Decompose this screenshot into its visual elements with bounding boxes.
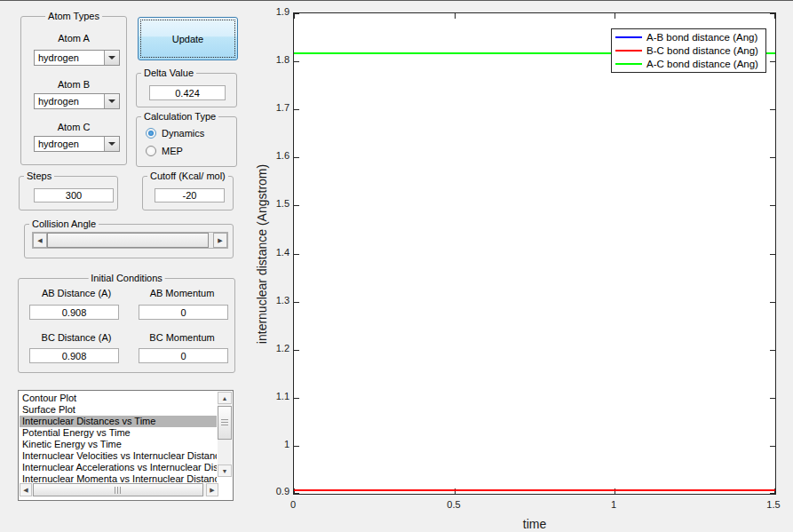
calculation-type-title: Calculation Type [141, 111, 218, 123]
y-tick-label: 1 [258, 439, 289, 449]
ab-momentum-input[interactable] [139, 305, 228, 320]
y-tick-label: 0.9 [258, 486, 289, 496]
vertical-scrollbar: ▲ ▼ [218, 392, 232, 477]
y-tick-label: 1.3 [258, 295, 289, 306]
y-tick-mirror [770, 254, 775, 255]
slider-left-arrow[interactable]: ◀ [33, 233, 47, 248]
y-tick [294, 205, 299, 206]
cutoff-input[interactable] [155, 188, 225, 202]
steps-input[interactable] [34, 188, 114, 202]
legend-line-sample-blue [615, 36, 642, 38]
thumb-grip [115, 487, 122, 494]
legend-line-sample-green [615, 63, 642, 65]
y-tick [294, 109, 299, 110]
list-item[interactable]: Contour Plot [20, 393, 217, 404]
initial-conditions-panel: Initial Conditions AB Distance (A) AB Mo… [18, 278, 235, 373]
atom-a-label: Atom A [21, 33, 126, 44]
radio-dynamics-label: Dynamics [162, 128, 204, 139]
y-tick [294, 350, 299, 351]
bc-distance-label: BC Distance (A) [23, 332, 130, 343]
cutoff-title: Cutoff (Kcal/ mol) [147, 171, 228, 182]
atom-a-value: hydrogen [35, 52, 104, 63]
y-tick-label: 1.8 [258, 54, 289, 65]
delta-value-input[interactable] [149, 85, 226, 100]
plot-legend: A-B bond distance (Ang) B-C bond distanc… [611, 28, 766, 73]
y-tick-mirror [770, 205, 775, 206]
ab-distance-input[interactable] [29, 305, 119, 320]
horizontal-scrollbar: ◀ ▶ [20, 483, 218, 496]
horizontal-scroll-thumb[interactable] [33, 483, 203, 496]
y-tick-mirror [770, 109, 775, 110]
atom-types-title: Atom Types [45, 11, 102, 22]
atom-b-value: hydrogen [35, 96, 104, 107]
x-tick-label: 1.5 [756, 499, 791, 510]
list-item-selected[interactable]: Internuclear Distances vs Time [20, 416, 217, 427]
y-tick-label: 1.7 [258, 102, 289, 113]
y-tick-label: 1.1 [258, 391, 289, 401]
y-tick-mirror [770, 350, 775, 351]
radio-mep[interactable]: MEP [146, 146, 183, 156]
steps-title: Steps [24, 171, 54, 182]
series-line [294, 489, 775, 491]
bc-momentum-label: BC Momentum [132, 332, 232, 343]
legend-label: A-C bond distance (Ang) [646, 59, 758, 69]
collision-angle-slider: ◀ ▶ [32, 232, 228, 249]
atom-c-select[interactable]: hydrogen [34, 136, 120, 152]
slider-thumb[interactable] [47, 233, 209, 248]
y-tick-label: 1.2 [258, 343, 289, 353]
delta-value-panel: Delta Value [136, 73, 237, 107]
figure-window: Atom Types Atom A hydrogen Atom B hydrog… [0, 0, 793, 532]
x-tick-mirror [774, 13, 775, 19]
radio-unselected-icon [146, 146, 156, 156]
y-tick-label: 1.5 [258, 198, 289, 209]
y-tick [294, 302, 299, 303]
y-tick-label: 1.9 [258, 6, 289, 17]
list-item[interactable]: Surface Plot [20, 404, 217, 416]
list-item[interactable]: Kinetic Energy vs Time [20, 439, 217, 450]
slider-right-arrow[interactable]: ▶ [213, 233, 227, 248]
legend-label: A-B bond distance (Ang) [646, 32, 757, 43]
y-tick [294, 254, 299, 255]
y-tick-mirror [770, 157, 775, 158]
update-button-label: Update [139, 34, 237, 44]
cutoff-panel: Cutoff (Kcal/ mol) [142, 176, 234, 210]
update-button[interactable]: Update [138, 17, 238, 60]
x-tick-mirror [455, 13, 456, 19]
x-tick-mirror [615, 13, 615, 19]
list-item[interactable]: Internuclear Accelerations vs Internucle… [20, 462, 217, 473]
calculation-type-panel: Calculation Type Dynamics MEP [136, 116, 237, 167]
list-item[interactable]: Internuclear Velocities vs Internuclear … [20, 450, 217, 462]
y-tick [294, 398, 299, 399]
atom-b-select[interactable]: hydrogen [34, 93, 120, 109]
x-tick-label: 0.5 [436, 499, 472, 510]
scroll-left-arrow[interactable]: ◀ [20, 483, 32, 496]
legend-entry: A-B bond distance (Ang) [615, 32, 762, 43]
y-tick-label: 1.6 [258, 150, 289, 161]
x-axis-label: time [523, 517, 546, 531]
y-tick-mirror [770, 302, 775, 303]
scroll-down-arrow[interactable]: ▼ [218, 465, 232, 477]
x-tick-mirror [294, 13, 295, 19]
legend-label: B-C bond distance (Ang) [646, 45, 758, 56]
atom-c-label: Atom C [21, 122, 126, 132]
list-item[interactable]: Potential Energy vs Time [20, 427, 217, 439]
plot-type-listbox: Contour Plot Surface Plot Internuclear D… [18, 390, 234, 501]
atom-a-select[interactable]: hydrogen [34, 50, 120, 66]
initial-conditions-title: Initial Conditions [88, 273, 165, 284]
y-tick-label: 1.4 [258, 247, 289, 258]
scroll-right-arrow[interactable]: ▶ [206, 483, 218, 496]
atom-types-panel: Atom Types Atom A hydrogen Atom B hydrog… [20, 16, 127, 165]
radio-dynamics[interactable]: Dynamics [146, 128, 204, 139]
vertical-scroll-thumb[interactable] [218, 406, 232, 440]
y-tick-mirror [770, 398, 775, 399]
bc-distance-input[interactable] [29, 348, 119, 363]
scroll-up-arrow[interactable]: ▲ [218, 392, 232, 404]
legend-entry: B-C bond distance (Ang) [615, 45, 762, 56]
atom-c-value: hydrogen [35, 139, 104, 149]
x-tick-label: 0 [275, 499, 311, 510]
y-tick [294, 157, 299, 158]
bc-momentum-input[interactable] [139, 348, 228, 363]
y-tick-mirror [770, 61, 775, 62]
ab-distance-label: AB Distance (A) [23, 288, 130, 298]
chevron-down-icon [104, 51, 119, 65]
